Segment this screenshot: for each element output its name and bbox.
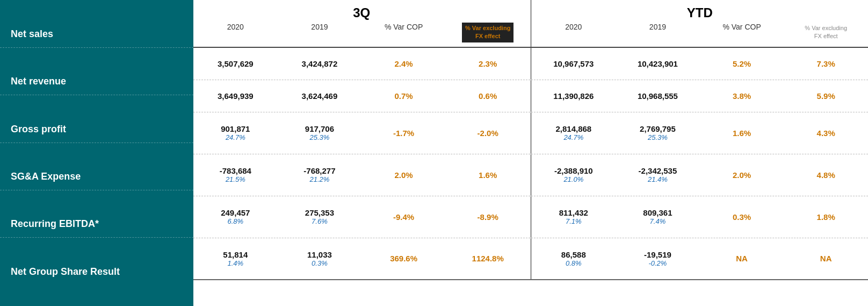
ytd-data-sgna-expense: -2,388,910 21.0% -2,342,535 21.4% 2.0% 4…: [532, 154, 869, 196]
table-header: 3Q 2020 2019 % Var COP % Var excludingFX…: [193, 0, 868, 48]
table-row: 901,871 24.7% 917,706 25.3% -1.7% -2.0%: [193, 112, 868, 154]
ytd-col-2020: 2020: [532, 23, 616, 42]
q3-data-sgna-expense: -783,684 21.5% -768,277 21.2% 2.0% 1.6%: [193, 154, 532, 196]
q3-header-section: 3Q 2020 2019 % Var COP % Var excludingFX…: [193, 0, 532, 47]
ytd-col-headers: 2020 2019 % Var COP % Var excludingFX ef…: [532, 23, 869, 47]
main-container: Net sales Net revenue Gross profit SG&A …: [0, 0, 868, 306]
sidebar-item-net-sales: Net sales: [0, 21, 193, 48]
table-row: 3,507,629 3,424,872 2.4% 2.3%: [193, 48, 868, 80]
sidebar-item-gross-profit: Gross profit: [0, 116, 193, 143]
table-row: 249,457 6.8% 275,353 7.6% -9.4% -8.9%: [193, 196, 868, 238]
q3-data-recurring-ebitda: 249,457 6.8% 275,353 7.6% -9.4% -8.9%: [193, 196, 532, 238]
q3-title: 3Q: [193, 0, 530, 23]
table-row: 51,814 1.4% 11,033 0.3% 369.6% 1124.8%: [193, 238, 868, 280]
q3-col-2020: 2020: [193, 23, 278, 42]
ytd-title: YTD: [532, 0, 869, 23]
q3-col-headers: 2020 2019 % Var COP % Var excludingFX ef…: [193, 23, 530, 47]
q3-col-var-cop: % Var COP: [361, 23, 446, 42]
ytd-header-section: YTD 2020 2019 % Var COP % Var excludingF…: [532, 0, 869, 47]
q3-col-2019: 2019: [278, 23, 362, 42]
data-rows: 3,507,629 3,424,872 2.4% 2.3%: [193, 48, 868, 280]
sidebar-item-net-group-share: Net Group Share Result: [0, 259, 193, 285]
sidebar-item-net-revenue: Net revenue: [0, 68, 193, 95]
sidebar-item-sgna-expense: SG&A Expense: [0, 163, 193, 190]
ytd-data-recurring-ebitda: 811,432 7.1% 809,361 7.4% 0.3% 1.8%: [532, 196, 869, 238]
sidebar: Net sales Net revenue Gross profit SG&A …: [0, 0, 193, 306]
main-table: 3Q 2020 2019 % Var COP % Var excludingFX…: [193, 0, 868, 306]
q3-data-net-group-share: 51,814 1.4% 11,033 0.3% 369.6% 1124.8%: [193, 238, 532, 279]
table-row: -783,684 21.5% -768,277 21.2% 2.0% 1.6%: [193, 154, 868, 196]
ytd-col-var-cop: % Var COP: [700, 23, 784, 42]
ytd-data-net-revenue: 11,390,826 10,968,555 3.8% 5.9%: [532, 80, 869, 112]
ytd-data-net-group-share: 86,588 0.8% -19,519 -0.2% NA NA: [532, 238, 869, 279]
q3-data-net-revenue: 3,649,939 3,624,469 0.7% 0.6%: [193, 80, 532, 112]
sidebar-item-recurring-ebitda: Recurring EBITDA*: [0, 211, 193, 238]
q3-data-gross-profit: 901,871 24.7% 917,706 25.3% -1.7% -2.0%: [193, 112, 532, 154]
q3-col-var-fx: % Var excludingFX effect: [446, 23, 530, 42]
table-row: 3,649,939 3,624,469 0.7% 0.6%: [193, 80, 868, 112]
q3-data-net-sales: 3,507,629 3,424,872 2.4% 2.3%: [193, 48, 532, 80]
ytd-col-2019: 2019: [616, 23, 700, 42]
ytd-data-gross-profit: 2,814,868 24.7% 2,769,795 25.3% 1.6% 4.3…: [532, 112, 869, 154]
ytd-col-var-fx: % Var excludingFX effect: [784, 23, 868, 42]
ytd-data-net-sales: 10,967,573 10,423,901 5.2% 7.3%: [532, 48, 869, 80]
